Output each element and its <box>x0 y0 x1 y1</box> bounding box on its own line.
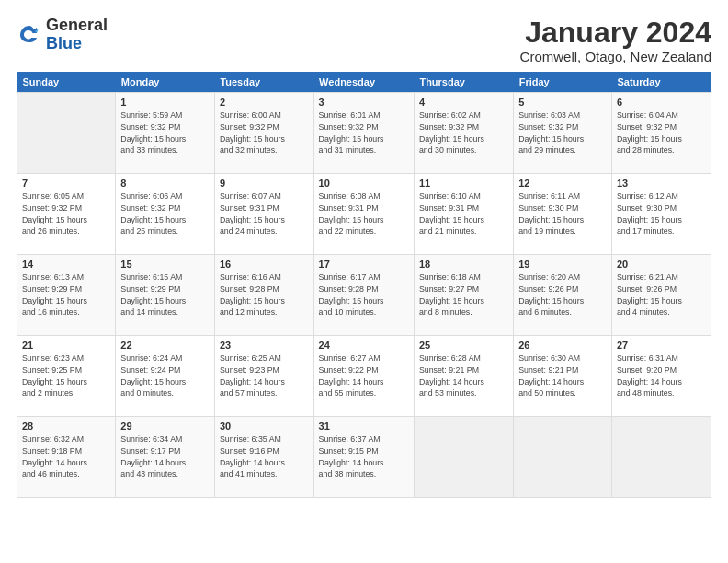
day-number: 2 <box>220 97 309 108</box>
day-number: 5 <box>518 97 607 108</box>
calendar-cell: 26Sunrise: 6:30 AM Sunset: 9:21 PM Dayli… <box>514 336 612 417</box>
day-info: Sunrise: 6:06 AM Sunset: 9:32 PM Dayligh… <box>120 190 210 237</box>
day-number: 10 <box>319 178 409 189</box>
logo-general-text: General <box>46 17 108 35</box>
day-info: Sunrise: 6:21 AM Sunset: 9:26 PM Dayligh… <box>617 271 706 318</box>
day-number: 24 <box>319 339 409 350</box>
calendar-cell: 23Sunrise: 6:25 AM Sunset: 9:23 PM Dayli… <box>214 336 313 417</box>
day-number: 17 <box>319 259 409 270</box>
day-info: Sunrise: 6:35 AM Sunset: 9:16 PM Dayligh… <box>220 433 309 480</box>
day-info: Sunrise: 6:12 AM Sunset: 9:30 PM Dayligh… <box>617 190 706 237</box>
day-info: Sunrise: 6:00 AM Sunset: 9:32 PM Dayligh… <box>220 109 309 156</box>
calendar-cell: 2Sunrise: 6:00 AM Sunset: 9:32 PM Daylig… <box>214 93 313 174</box>
day-info: Sunrise: 6:24 AM Sunset: 9:24 PM Dayligh… <box>120 352 210 399</box>
weekday-header-thursday: Thursday <box>414 72 513 93</box>
calendar-cell: 29Sunrise: 6:34 AM Sunset: 9:17 PM Dayli… <box>116 417 215 498</box>
day-info: Sunrise: 6:17 AM Sunset: 9:28 PM Dayligh… <box>319 271 409 318</box>
day-info: Sunrise: 6:03 AM Sunset: 9:32 PM Dayligh… <box>518 109 607 156</box>
calendar-cell: 3Sunrise: 6:01 AM Sunset: 9:32 PM Daylig… <box>313 93 414 174</box>
day-number: 28 <box>22 420 110 431</box>
day-info: Sunrise: 6:28 AM Sunset: 9:21 PM Dayligh… <box>419 352 508 399</box>
day-number: 26 <box>518 339 607 350</box>
day-number: 8 <box>120 178 210 189</box>
title-section: January 2024 Cromwell, Otago, New Zealan… <box>520 17 711 64</box>
day-info: Sunrise: 6:01 AM Sunset: 9:32 PM Dayligh… <box>319 109 409 156</box>
calendar-cell: 17Sunrise: 6:17 AM Sunset: 9:28 PM Dayli… <box>313 255 414 336</box>
day-number: 30 <box>220 420 309 431</box>
calendar-cell: 8Sunrise: 6:06 AM Sunset: 9:32 PM Daylig… <box>116 174 215 255</box>
logo-blue-text: Blue <box>46 35 108 53</box>
week-row-1: 1Sunrise: 5:59 AM Sunset: 9:32 PM Daylig… <box>17 93 711 174</box>
day-number: 6 <box>617 97 706 108</box>
calendar-table: SundayMondayTuesdayWednesdayThursdayFrid… <box>17 72 711 498</box>
calendar-cell: 16Sunrise: 6:16 AM Sunset: 9:28 PM Dayli… <box>214 255 313 336</box>
day-number: 11 <box>419 178 508 189</box>
header-row: SundayMondayTuesdayWednesdayThursdayFrid… <box>17 72 711 93</box>
day-info: Sunrise: 6:32 AM Sunset: 9:18 PM Dayligh… <box>22 433 110 480</box>
day-number: 25 <box>419 339 508 350</box>
day-info: Sunrise: 6:31 AM Sunset: 9:20 PM Dayligh… <box>617 352 706 399</box>
day-number: 9 <box>220 178 309 189</box>
day-info: Sunrise: 6:27 AM Sunset: 9:22 PM Dayligh… <box>319 352 409 399</box>
calendar-cell: 7Sunrise: 6:05 AM Sunset: 9:32 PM Daylig… <box>17 174 116 255</box>
day-info: Sunrise: 6:18 AM Sunset: 9:27 PM Dayligh… <box>419 271 508 318</box>
weekday-header-sunday: Sunday <box>17 72 116 93</box>
logo: General Blue <box>17 17 108 53</box>
calendar-cell: 4Sunrise: 6:02 AM Sunset: 9:32 PM Daylig… <box>414 93 513 174</box>
day-number: 21 <box>22 339 110 350</box>
calendar-cell: 20Sunrise: 6:21 AM Sunset: 9:26 PM Dayli… <box>611 255 711 336</box>
calendar-cell: 21Sunrise: 6:23 AM Sunset: 9:25 PM Dayli… <box>17 336 116 417</box>
logo-icon <box>17 22 42 48</box>
day-info: Sunrise: 6:30 AM Sunset: 9:21 PM Dayligh… <box>518 352 607 399</box>
day-info: Sunrise: 6:07 AM Sunset: 9:31 PM Dayligh… <box>220 190 309 237</box>
day-number: 23 <box>220 339 309 350</box>
day-info: Sunrise: 6:16 AM Sunset: 9:28 PM Dayligh… <box>220 271 309 318</box>
calendar-cell: 30Sunrise: 6:35 AM Sunset: 9:16 PM Dayli… <box>214 417 313 498</box>
day-number: 7 <box>22 178 110 189</box>
day-number: 4 <box>419 97 508 108</box>
month-title: January 2024 <box>520 17 711 49</box>
week-row-3: 14Sunrise: 6:13 AM Sunset: 9:29 PM Dayli… <box>17 255 711 336</box>
calendar-cell <box>17 93 116 174</box>
calendar-cell: 19Sunrise: 6:20 AM Sunset: 9:26 PM Dayli… <box>514 255 612 336</box>
day-number: 27 <box>617 339 706 350</box>
page: General Blue January 2024 Cromwell, Otag… <box>0 0 728 563</box>
day-number: 15 <box>120 259 210 270</box>
calendar-cell: 9Sunrise: 6:07 AM Sunset: 9:31 PM Daylig… <box>214 174 313 255</box>
day-info: Sunrise: 6:04 AM Sunset: 9:32 PM Dayligh… <box>617 109 706 156</box>
calendar-cell: 5Sunrise: 6:03 AM Sunset: 9:32 PM Daylig… <box>514 93 612 174</box>
weekday-header-saturday: Saturday <box>611 72 711 93</box>
calendar-cell: 11Sunrise: 6:10 AM Sunset: 9:31 PM Dayli… <box>414 174 513 255</box>
calendar-cell: 6Sunrise: 6:04 AM Sunset: 9:32 PM Daylig… <box>611 93 711 174</box>
weekday-header-wednesday: Wednesday <box>313 72 414 93</box>
calendar-cell <box>414 417 513 498</box>
day-number: 13 <box>617 178 706 189</box>
weekday-header-monday: Monday <box>116 72 215 93</box>
day-number: 3 <box>319 97 409 108</box>
calendar-cell <box>514 417 612 498</box>
day-info: Sunrise: 6:34 AM Sunset: 9:17 PM Dayligh… <box>120 433 210 480</box>
calendar-cell: 31Sunrise: 6:37 AM Sunset: 9:15 PM Dayli… <box>313 417 414 498</box>
day-info: Sunrise: 6:02 AM Sunset: 9:32 PM Dayligh… <box>419 109 508 156</box>
day-info: Sunrise: 6:25 AM Sunset: 9:23 PM Dayligh… <box>220 352 309 399</box>
day-info: Sunrise: 6:08 AM Sunset: 9:31 PM Dayligh… <box>319 190 409 237</box>
calendar-cell: 28Sunrise: 6:32 AM Sunset: 9:18 PM Dayli… <box>17 417 116 498</box>
week-row-5: 28Sunrise: 6:32 AM Sunset: 9:18 PM Dayli… <box>17 417 711 498</box>
calendar-cell: 27Sunrise: 6:31 AM Sunset: 9:20 PM Dayli… <box>611 336 711 417</box>
calendar-cell: 1Sunrise: 5:59 AM Sunset: 9:32 PM Daylig… <box>116 93 215 174</box>
day-number: 31 <box>319 420 409 431</box>
calendar-cell: 22Sunrise: 6:24 AM Sunset: 9:24 PM Dayli… <box>116 336 215 417</box>
calendar-cell: 12Sunrise: 6:11 AM Sunset: 9:30 PM Dayli… <box>514 174 612 255</box>
day-number: 14 <box>22 259 110 270</box>
day-number: 22 <box>120 339 210 350</box>
calendar-cell <box>611 417 711 498</box>
day-info: Sunrise: 6:11 AM Sunset: 9:30 PM Dayligh… <box>518 190 607 237</box>
weekday-header-friday: Friday <box>514 72 612 93</box>
week-row-4: 21Sunrise: 6:23 AM Sunset: 9:25 PM Dayli… <box>17 336 711 417</box>
weekday-header-tuesday: Tuesday <box>214 72 313 93</box>
day-number: 1 <box>120 97 210 108</box>
day-info: Sunrise: 6:20 AM Sunset: 9:26 PM Dayligh… <box>518 271 607 318</box>
calendar-cell: 25Sunrise: 6:28 AM Sunset: 9:21 PM Dayli… <box>414 336 513 417</box>
calendar-cell: 18Sunrise: 6:18 AM Sunset: 9:27 PM Dayli… <box>414 255 513 336</box>
calendar-cell: 10Sunrise: 6:08 AM Sunset: 9:31 PM Dayli… <box>313 174 414 255</box>
